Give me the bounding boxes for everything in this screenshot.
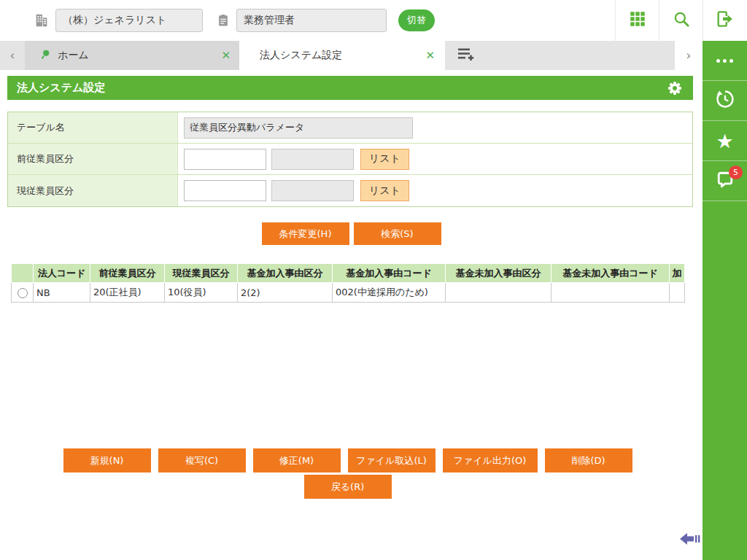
right-sidebar: ★ 5 — [703, 41, 747, 560]
prev-class-name-field — [271, 149, 354, 170]
logout-icon — [715, 9, 735, 32]
notifications-button[interactable]: 5 — [703, 161, 747, 201]
cell-fund-join-code: 002(中途採用のため) — [333, 283, 446, 303]
cell-corp-code: NB — [34, 283, 90, 303]
switch-button[interactable]: 切替 — [398, 9, 435, 31]
grid-icon — [628, 9, 647, 31]
back-button-row: 戻る(R) — [0, 475, 695, 499]
tab-home-close-icon[interactable]: ✕ — [221, 49, 231, 62]
page-header: 法人システム設定 — [7, 76, 693, 100]
header-curr-class: 現従業員区分 — [165, 264, 238, 283]
tab-scroll-left-button[interactable]: ‹ — [0, 41, 25, 70]
bottom-button-row: 新規(N) 複写(C) 修正(M) ファイル取込(L) ファイル出力(O) 削除… — [0, 448, 695, 472]
form-row-prev-class: 前従業員区分 リスト — [8, 144, 692, 175]
building-icon — [34, 12, 50, 28]
cell-fund-join-class: 2(2) — [238, 283, 333, 303]
table-row[interactable]: NB 20(正社員) 10(役員) 2(2) 002(中途採用のため) — [12, 283, 685, 303]
tab-active-close-icon[interactable]: ✕ — [425, 49, 435, 62]
logout-button[interactable] — [703, 0, 747, 41]
page-title: 法人システム設定 — [17, 81, 105, 95]
copy-button[interactable]: 複写(C) — [158, 448, 246, 472]
prev-class-label: 前従業員区分 — [8, 144, 178, 174]
cell-extra — [670, 283, 685, 303]
tab-home[interactable]: ホーム ✕ — [25, 41, 239, 70]
cell-prev-class: 20(正社員) — [90, 283, 165, 303]
table-name-field — [184, 117, 413, 139]
search-icon — [672, 9, 691, 31]
top-bar: 切替 — [0, 0, 747, 41]
main-content: 法人システム設定 テーブル名 前従業員区分 リスト 現従業員区分 リスト — [0, 70, 703, 560]
back-button[interactable]: 戻る(R) — [304, 475, 392, 499]
curr-class-name-field — [271, 180, 354, 201]
header-extra: 加 — [670, 264, 685, 283]
topbar-icon-group — [615, 0, 747, 41]
row-select-radio[interactable] — [18, 288, 28, 298]
chevron-right-icon: › — [686, 48, 692, 63]
change-condition-button[interactable]: 条件変更(H) — [262, 222, 349, 245]
header-fund-nonjoin-class: 基金未加入事由区分 — [446, 264, 551, 283]
chevron-left-icon: ‹ — [10, 48, 15, 63]
delete-button[interactable]: 削除(D) — [545, 448, 632, 472]
curr-class-list-button[interactable]: リスト — [360, 180, 409, 201]
company-input[interactable] — [55, 9, 203, 32]
tab-strip: ‹ ホーム ✕ 法人システム設定 ✕ — [0, 41, 675, 70]
search-button-main[interactable]: 検索(S) — [354, 222, 441, 245]
curr-class-label: 現従業員区分 — [8, 175, 178, 206]
history-icon — [713, 88, 737, 114]
condition-button-row: 条件変更(H) 検索(S) — [0, 222, 703, 245]
bottom-action-area: 新規(N) 複写(C) 修正(M) ファイル取込(L) ファイル出力(O) 削除… — [0, 448, 695, 499]
apps-grid-button[interactable] — [615, 0, 659, 41]
header-fund-join-class: 基金加入事由区分 — [238, 264, 333, 283]
header-fund-nonjoin-code: 基金未加入事由コード — [551, 264, 670, 283]
file-import-button[interactable]: ファイル取込(L) — [348, 448, 436, 472]
search-condition-form: テーブル名 前従業員区分 リスト 現従業員区分 リスト — [7, 112, 693, 207]
modify-button[interactable]: 修正(M) — [253, 448, 341, 472]
prev-class-code-field[interactable] — [184, 149, 266, 170]
prev-class-list-button[interactable]: リスト — [360, 149, 409, 170]
more-dots-icon — [716, 59, 733, 63]
gear-icon[interactable] — [666, 79, 684, 97]
more-menu-button[interactable] — [703, 41, 747, 81]
tab-bar: ‹ ホーム ✕ 法人システム設定 ✕ › — [0, 41, 703, 70]
table-name-label: テーブル名 — [8, 112, 178, 143]
tab-corporate-settings[interactable]: 法人システム設定 ✕ — [239, 41, 445, 70]
pin-icon — [39, 49, 51, 63]
search-button[interactable] — [659, 0, 703, 41]
favorites-button[interactable]: ★ — [703, 121, 747, 161]
role-input[interactable] — [236, 9, 387, 32]
tab-scroll-right-button[interactable]: › — [675, 41, 703, 70]
new-button[interactable]: 新規(N) — [63, 448, 151, 472]
results-table: 法人コード 前従業員区分 現従業員区分 基金加入事由区分 基金加入事由コード 基… — [11, 263, 685, 303]
star-icon: ★ — [716, 131, 733, 151]
tab-home-label: ホーム — [58, 49, 221, 62]
header-select — [12, 264, 34, 283]
add-tab-button[interactable] — [457, 46, 476, 65]
file-export-button[interactable]: ファイル出力(O) — [443, 448, 538, 472]
add-tab-icon — [457, 46, 476, 65]
results-area: 法人コード 前従業員区分 現従業員区分 基金加入事由区分 基金加入事由コード 基… — [11, 263, 684, 303]
header-corp-code: 法人コード — [34, 264, 90, 283]
header-fund-join-code: 基金加入事由コード — [333, 264, 446, 283]
collapse-panel-arrow-icon[interactable] — [680, 531, 701, 550]
form-row-table-name: テーブル名 — [8, 112, 692, 144]
history-button[interactable] — [703, 81, 747, 121]
notification-badge: 5 — [729, 166, 743, 179]
form-row-curr-class: 現従業員区分 リスト — [8, 175, 692, 206]
results-header-row: 法人コード 前従業員区分 現従業員区分 基金加入事由区分 基金加入事由コード 基… — [12, 264, 685, 283]
header-prev-class: 前従業員区分 — [90, 264, 165, 283]
tab-active-label: 法人システム設定 — [260, 49, 425, 62]
cell-fund-nonjoin-code — [551, 283, 670, 303]
cell-curr-class: 10(役員) — [165, 283, 238, 303]
cell-fund-nonjoin-class — [446, 283, 551, 303]
clipboard-icon — [216, 12, 231, 28]
curr-class-code-field[interactable] — [184, 180, 266, 201]
